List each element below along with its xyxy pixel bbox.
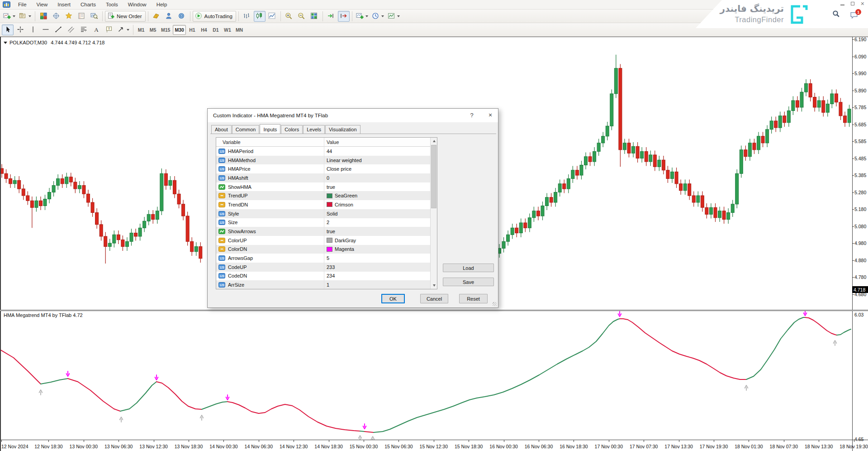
line-chart-button[interactable] bbox=[266, 11, 278, 22]
chevron-down-icon[interactable] bbox=[397, 15, 400, 17]
timeframe-h4[interactable]: H4 bbox=[199, 25, 209, 35]
zoom-out-button[interactable] bbox=[296, 11, 308, 22]
fibonacci-button[interactable] bbox=[78, 24, 90, 35]
param-value[interactable]: Linear weighted bbox=[327, 158, 362, 163]
ok-button[interactable]: OK bbox=[381, 294, 405, 303]
param-value[interactable]: Crimson bbox=[327, 202, 353, 207]
metaeditor-button[interactable] bbox=[151, 11, 162, 22]
text-button[interactable]: A bbox=[90, 24, 102, 35]
profiles-button[interactable] bbox=[18, 11, 33, 22]
timeframe-d1[interactable]: D1 bbox=[210, 25, 221, 35]
timeframe-m5[interactable]: M5 bbox=[147, 25, 158, 35]
dialog-titlebar[interactable]: Custom Indicator - HMA Megatrend MT4 by … bbox=[208, 109, 498, 122]
horizontal-line-button[interactable] bbox=[40, 24, 52, 35]
shapes-button[interactable] bbox=[116, 24, 131, 35]
tile-windows-button[interactable] bbox=[308, 11, 320, 22]
symbol-dropdown-icon[interactable] bbox=[4, 42, 7, 44]
table-row-size[interactable]: 123Size2 bbox=[216, 218, 437, 227]
auto-scroll-button[interactable] bbox=[325, 11, 337, 22]
scroll-thumb[interactable] bbox=[431, 145, 436, 208]
param-value[interactable]: Magenta bbox=[327, 246, 354, 252]
load-button[interactable]: Load bbox=[443, 264, 494, 272]
param-value[interactable]: 234 bbox=[327, 273, 335, 278]
timeframe-m30[interactable]: M30 bbox=[173, 25, 185, 35]
table-row-hmaperiod[interactable]: 123HMAPeriod44 bbox=[216, 147, 437, 156]
table-row-codeup[interactable]: 123CodeUP233 bbox=[216, 263, 437, 272]
menu-item-window[interactable]: Window bbox=[123, 1, 152, 8]
chevron-down-icon[interactable] bbox=[127, 29, 129, 31]
autotrading-button[interactable]: AutoTrading bbox=[193, 11, 236, 22]
minimize-button[interactable] bbox=[840, 2, 844, 5]
chat-icon[interactable]: 1 bbox=[850, 12, 858, 21]
market-watch-button[interactable] bbox=[38, 11, 49, 22]
new-order-button[interactable]: New Order bbox=[105, 11, 146, 22]
scroll-down-icon[interactable] bbox=[431, 282, 437, 289]
tab-inputs[interactable]: Inputs bbox=[260, 124, 280, 134]
candlestick-chart-button[interactable] bbox=[254, 11, 266, 22]
param-value[interactable]: SeaGreen bbox=[327, 193, 357, 198]
param-value[interactable]: 233 bbox=[327, 264, 335, 270]
tab-visualization[interactable]: Visualization bbox=[325, 125, 360, 134]
scroll-up-icon[interactable] bbox=[431, 138, 437, 144]
dialog-resize-grip[interactable] bbox=[493, 302, 497, 306]
chart-shift-button[interactable] bbox=[338, 11, 350, 22]
param-value[interactable]: 44 bbox=[327, 149, 332, 154]
tab-levels[interactable]: Levels bbox=[303, 125, 325, 134]
text-label-button[interactable]: T bbox=[103, 24, 115, 35]
table-row-arrowsgap[interactable]: 123ArrowsGap5 bbox=[216, 254, 437, 263]
table-row-showhma[interactable]: ShowHMAtrue bbox=[216, 182, 437, 192]
equidistant-channel-button[interactable] bbox=[65, 24, 77, 35]
menu-item-insert[interactable]: Insert bbox=[52, 1, 76, 8]
tab-common[interactable]: Common bbox=[232, 125, 260, 134]
vertical-line-button[interactable] bbox=[27, 24, 39, 35]
crosshair-button[interactable] bbox=[14, 24, 26, 35]
chevron-down-icon[interactable] bbox=[365, 15, 368, 17]
menu-item-help[interactable]: Help bbox=[152, 1, 172, 8]
cancel-button[interactable]: Cancel bbox=[420, 294, 448, 303]
terminal-button[interactable] bbox=[76, 11, 87, 22]
chevron-down-icon[interactable] bbox=[13, 15, 15, 17]
param-value[interactable]: true bbox=[327, 184, 335, 190]
param-value[interactable]: Close price bbox=[327, 166, 351, 172]
indicator-pane-separator[interactable] bbox=[0, 310, 868, 311]
tab-colors[interactable]: Colors bbox=[281, 125, 303, 134]
table-row-hmaprice[interactable]: 123HMAPriceClose price bbox=[216, 164, 437, 173]
param-value[interactable]: true bbox=[327, 229, 335, 234]
dialog-close-button[interactable]: × bbox=[485, 111, 495, 119]
timeframe-mn[interactable]: MN bbox=[234, 25, 245, 35]
param-value[interactable]: DarkGray bbox=[327, 238, 356, 243]
param-value[interactable]: 5 bbox=[327, 255, 329, 261]
menu-item-tools[interactable]: Tools bbox=[101, 1, 123, 8]
templates-button[interactable] bbox=[386, 11, 401, 22]
sounds-button[interactable] bbox=[176, 11, 188, 22]
param-value[interactable]: 0 bbox=[327, 175, 329, 181]
bar-chart-button[interactable] bbox=[241, 11, 253, 22]
dialog-help-button[interactable]: ? bbox=[467, 112, 476, 119]
close-button[interactable]: × bbox=[861, 1, 864, 6]
chevron-down-icon[interactable] bbox=[381, 15, 384, 17]
menu-item-view[interactable]: View bbox=[32, 1, 53, 8]
timeframe-w1[interactable]: W1 bbox=[222, 25, 233, 35]
menu-item-file[interactable]: File bbox=[13, 1, 32, 8]
timeframe-m1[interactable]: M1 bbox=[136, 25, 147, 35]
table-row-trendup[interactable]: TrendUPSeaGreen bbox=[216, 191, 437, 200]
cursor-button[interactable] bbox=[2, 24, 14, 35]
search-icon[interactable] bbox=[832, 10, 840, 19]
chevron-down-icon[interactable] bbox=[28, 15, 31, 17]
table-scrollbar[interactable] bbox=[430, 138, 437, 289]
param-value[interactable]: 2 bbox=[327, 220, 329, 225]
time-axis[interactable]: 12 Nov 202412 Nov 18:3013 Nov 00:3013 No… bbox=[0, 440, 868, 451]
navigator-button[interactable] bbox=[63, 11, 75, 22]
tab-about[interactable]: About bbox=[211, 125, 232, 134]
periods-button[interactable] bbox=[370, 11, 385, 22]
table-row-colordn[interactable]: ColorDNMagenta bbox=[216, 245, 437, 254]
restore-button[interactable] bbox=[851, 2, 854, 5]
table-row-hmashift[interactable]: 123HMAshift0 bbox=[216, 173, 437, 182]
trendline-button[interactable] bbox=[52, 24, 64, 35]
table-row-colorup[interactable]: ColorUPDarkGray bbox=[216, 236, 437, 245]
experts-button[interactable] bbox=[163, 11, 175, 22]
param-value[interactable]: 1 bbox=[327, 282, 329, 288]
table-row-style[interactable]: 123StyleSolid bbox=[216, 209, 437, 218]
table-row-showarrows[interactable]: ShowArrowstrue bbox=[216, 227, 437, 236]
data-window-button[interactable] bbox=[50, 11, 62, 22]
